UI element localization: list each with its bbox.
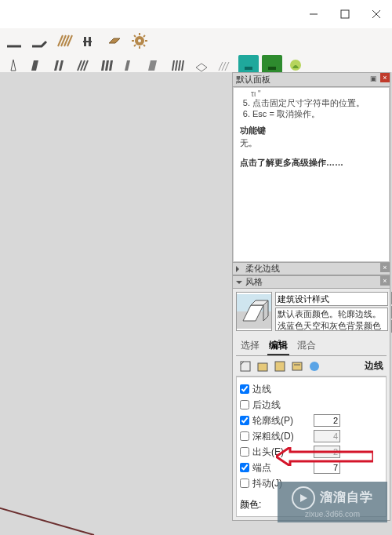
- instructor-step-5: 点击固定尺寸字符串的位置。: [252, 97, 386, 109]
- edge-panel-label: 边线: [365, 359, 383, 373]
- watermark-url: zixue.3d66.com: [305, 510, 360, 519]
- svg-line-18: [143, 45, 145, 46]
- style-close-button[interactable]: ×: [380, 276, 390, 286]
- tool-4[interactable]: [78, 30, 100, 52]
- watermark-settings-icon[interactable]: [291, 360, 303, 373]
- svg-marker-44: [300, 494, 307, 502]
- style-thumbnail[interactable]: [236, 292, 272, 331]
- modeling-settings-icon[interactable]: [308, 360, 321, 373]
- svg-line-17: [134, 35, 136, 37]
- panel-pin-icon[interactable]: ▣: [370, 75, 377, 82]
- function-keys-header: 功能键: [240, 125, 386, 136]
- soften-expand-icon[interactable]: [236, 266, 242, 272]
- window-minimize-button[interactable]: [298, 0, 329, 28]
- function-keys-text: 无。: [240, 137, 386, 149]
- style-section-label[interactable]: 风格: [245, 276, 263, 288]
- svg-rect-30: [268, 67, 276, 70]
- edges-checkbox[interactable]: [240, 384, 249, 394]
- tool-1[interactable]: [3, 30, 25, 52]
- watermark-overlay: 溜溜自学 zixue.3d66.com: [278, 482, 387, 522]
- plugins-gear-icon[interactable]: [129, 30, 151, 52]
- back-edges-checkbox[interactable]: [240, 400, 249, 409]
- edge-settings-icon[interactable]: [239, 360, 252, 373]
- tool-2[interactable]: [28, 30, 50, 52]
- svg-rect-39: [275, 362, 285, 371]
- endpoints-value-input[interactable]: [314, 461, 340, 474]
- play-icon: [292, 486, 315, 510]
- svg-rect-28: [245, 67, 252, 70]
- tab-edit[interactable]: 编辑: [267, 337, 289, 355]
- jitter-checkbox[interactable]: [240, 479, 249, 488]
- svg-line-19: [134, 45, 136, 46]
- soften-section-label[interactable]: 柔化边线: [245, 263, 280, 275]
- instructor-content: τι " 点击固定尺寸字符串的位置。 Esc = 取消操作。 功能键 无。 点击…: [233, 87, 390, 262]
- window-maximize-button[interactable]: [329, 0, 361, 28]
- depth-cue-value-input: [314, 430, 340, 442]
- style-expand-icon[interactable]: [236, 281, 242, 284]
- panel-title-label: 默认面板: [236, 74, 270, 86]
- extension-checkbox[interactable]: [240, 447, 249, 457]
- extension-label: 出头(E): [252, 446, 314, 459]
- panel-close-button[interactable]: ×: [380, 73, 390, 82]
- extension-value-input: [314, 446, 340, 458]
- endpoints-label: 端点: [252, 461, 314, 475]
- watermark-title: 溜溜自学: [320, 490, 373, 506]
- profiles-value-input[interactable]: [314, 414, 340, 427]
- svg-rect-1: [341, 10, 349, 18]
- tool-3[interactable]: [53, 30, 75, 52]
- profiles-checkbox[interactable]: [240, 416, 249, 425]
- instructor-step-6: Esc = 取消操作。: [252, 108, 386, 120]
- color-label: 颜色:: [240, 498, 261, 511]
- profiles-label: 轮廓线(P): [252, 414, 314, 428]
- back-edges-label: 后边线: [252, 399, 314, 412]
- svg-rect-38: [258, 363, 267, 371]
- soften-close-button[interactable]: ×: [380, 263, 390, 272]
- svg-line-37: [241, 362, 244, 365]
- style-description[interactable]: 默认表面颜色。轮廓边线。 浅蓝色天空和灰色背景颜色 。: [275, 308, 388, 331]
- svg-line-20: [143, 35, 145, 37]
- style-name-input[interactable]: [275, 292, 388, 306]
- advanced-operations-link[interactable]: 点击了解更多高级操作……: [240, 157, 386, 169]
- window-close-button[interactable]: [361, 0, 392, 28]
- svg-point-12: [138, 39, 141, 42]
- tab-mix[interactable]: 混合: [296, 337, 318, 355]
- svg-point-42: [310, 362, 319, 371]
- endpoints-checkbox[interactable]: [240, 463, 249, 472]
- svg-rect-40: [292, 362, 302, 370]
- tool-5[interactable]: [103, 30, 125, 52]
- face-settings-icon[interactable]: [256, 360, 269, 373]
- depth-cue-checkbox[interactable]: [240, 431, 249, 441]
- depth-cue-label: 深粗线(D): [252, 430, 314, 443]
- background-settings-icon[interactable]: [274, 360, 286, 373]
- tab-select[interactable]: 选择: [239, 337, 261, 355]
- edges-label: 边线: [252, 383, 314, 396]
